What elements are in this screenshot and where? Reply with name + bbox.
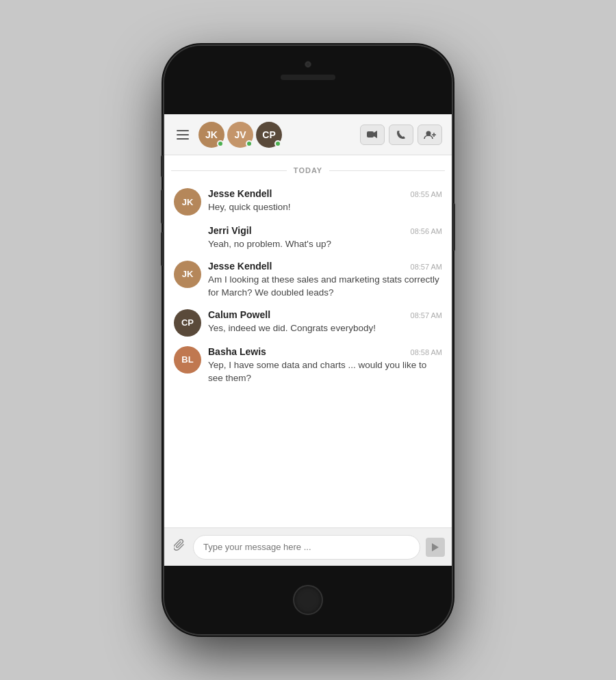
input-bar (164, 527, 452, 566)
camera (305, 61, 311, 68)
message-item: BL Basha Lewis 08:58 AM Yep, I have some… (164, 339, 452, 388)
message-time: 08:57 AM (411, 263, 442, 271)
message-item: JK Jesse Kendell 08:57 AM Am I looking a… (164, 254, 452, 302)
sender-name: Jerri Vigil (208, 225, 252, 236)
message-content: Jesse Kendell 08:55 AM Hey, quick questi… (208, 188, 442, 214)
sender-name: Jesse Kendell (208, 261, 272, 272)
message-text: Am I looking at these sales and marketin… (208, 273, 442, 300)
message-item: CP Calum Powell 08:57 AM Yes, indeed we … (164, 302, 452, 339)
avatar-jesse[interactable]: JK (198, 122, 224, 148)
add-participant-button[interactable] (418, 125, 442, 145)
message-text: Yeah, no problem. What's up? (208, 237, 442, 251)
sender-name: Basha Lewis (208, 346, 266, 357)
message-header: Basha Lewis 08:58 AM (208, 346, 442, 357)
message-content: Jesse Kendell 08:57 AM Am I looking at t… (208, 261, 442, 300)
message-header: Jesse Kendell 08:57 AM (208, 261, 442, 272)
send-icon (432, 543, 439, 551)
volume-down-button (161, 232, 164, 266)
avatar: JK (174, 188, 201, 215)
message-time: 08:55 AM (411, 190, 442, 198)
message-content: Jerri Vigil 08:56 AM Yeah, no problem. W… (208, 225, 442, 251)
add-person-icon (424, 130, 436, 140)
paperclip-icon (174, 539, 185, 551)
sender-name: Calum Powell (208, 309, 270, 320)
message-header: Jerri Vigil 08:56 AM (208, 225, 442, 236)
app-header: JK JV CP (164, 114, 452, 155)
avatar-calum[interactable]: CP (256, 122, 282, 148)
top-bezel (164, 46, 452, 114)
online-indicator (274, 140, 281, 147)
svg-marker-1 (374, 131, 377, 138)
avatar: CP (174, 309, 201, 337)
online-indicator (246, 140, 253, 147)
power-button (452, 203, 455, 251)
sender-name: Jesse Kendell (208, 188, 272, 199)
video-call-button[interactable] (360, 125, 385, 145)
voice-call-button[interactable] (389, 125, 413, 145)
header-actions (360, 125, 442, 145)
message-time: 08:58 AM (411, 348, 442, 356)
message-time: 08:56 AM (411, 227, 442, 235)
chat-area: TODAY JK Jesse Kendell 08:55 AM Hey, qui… (164, 155, 452, 527)
phone-screen: JK JV CP (164, 114, 452, 566)
bottom-bezel (164, 566, 452, 634)
avatar-jerri[interactable]: JV (227, 122, 253, 148)
message-header: Calum Powell 08:57 AM (208, 309, 442, 320)
svg-marker-5 (432, 543, 439, 551)
message-input[interactable] (193, 535, 420, 560)
video-icon (367, 131, 378, 138)
online-indicator (217, 140, 224, 147)
message-item: JK Jesse Kendell 08:55 AM Hey, quick que… (164, 181, 452, 218)
send-button[interactable] (426, 538, 445, 557)
phone-icon (396, 130, 406, 140)
message-text: Yep, I have some data and charts ... wou… (208, 358, 442, 385)
divider-line-left (171, 170, 287, 171)
volume-mute-button (161, 155, 164, 177)
svg-rect-0 (367, 131, 374, 138)
home-button[interactable] (293, 585, 323, 615)
avatar: BL (174, 346, 201, 374)
message-content: Basha Lewis 08:58 AM Yep, I have some da… (208, 346, 442, 385)
speaker (281, 75, 335, 80)
volume-up-button (161, 189, 164, 224)
avatar: JK (174, 261, 201, 288)
participants-avatars: JK JV CP (198, 122, 353, 148)
phone-shell: JK JV CP (164, 46, 452, 634)
message-item: Jerri Vigil 08:56 AM Yeah, no problem. W… (164, 218, 452, 254)
menu-button[interactable] (174, 127, 192, 142)
message-time: 08:57 AM (411, 311, 442, 319)
message-text: Yes, indeed we did. Congrats everybody! (208, 322, 442, 335)
date-divider-text: TODAY (294, 166, 322, 174)
message-content: Calum Powell 08:57 AM Yes, indeed we did… (208, 309, 442, 335)
message-text: Hey, quick question! (208, 200, 442, 214)
attach-icon[interactable] (171, 536, 188, 558)
message-header: Jesse Kendell 08:55 AM (208, 188, 442, 199)
divider-line-right (329, 170, 445, 171)
date-divider: TODAY (164, 155, 452, 181)
